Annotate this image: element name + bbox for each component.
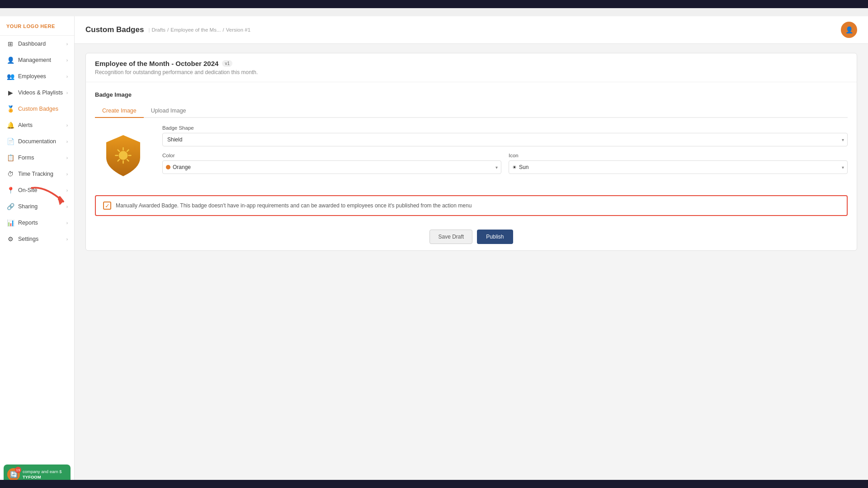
badge-card: Employee of the Month - October 2024 v1 … [85, 53, 857, 251]
forms-icon: 📋 [6, 154, 14, 162]
promo-badge: 19 [15, 467, 21, 473]
sun-icon: ☀ [512, 164, 517, 170]
sidebar-item-settings[interactable]: ⚙ Settings › [0, 231, 74, 247]
sidebar-label-on-site: On-Site [18, 187, 37, 193]
breadcrumb-drafts[interactable]: Drafts [151, 27, 165, 33]
sidebar-item-management[interactable]: 👤 Management › [0, 52, 74, 68]
sidebar-label-alerts: Alerts [18, 122, 33, 128]
badge-header: Employee of the Month - October 2024 v1 … [86, 53, 857, 82]
breadcrumb-employee[interactable]: Employee of the Ms... [170, 27, 221, 33]
publish-button[interactable]: Publish [477, 230, 513, 244]
employees-icon: 👥 [6, 72, 14, 80]
version-tag: v1 [222, 60, 232, 67]
chevron-icon: › [66, 139, 68, 144]
sidebar: YOUR LOGO HERE ⊞ Dashboard › 👤 Managemen… [0, 16, 75, 488]
chevron-icon: › [66, 90, 68, 95]
badge-shape-select-wrapper: Shield Circle Star ▾ [162, 133, 848, 146]
sidebar-item-forms[interactable]: 📋 Forms › [0, 150, 74, 166]
breadcrumb: | Drafts / Employee of the Ms... / Versi… [148, 27, 250, 33]
badge-title: Employee of the Month - October 2024 [95, 60, 218, 67]
badge-shape-select[interactable]: Shield Circle Star [162, 133, 848, 146]
color-group: Color Orange Blue Green [162, 153, 501, 174]
sidebar-label-reports: Reports [18, 220, 38, 226]
chevron-icon: › [66, 237, 68, 242]
sidebar-label-dashboard: Dashboard [18, 41, 46, 47]
sidebar-item-alerts[interactable]: 🔔 Alerts › [0, 117, 74, 133]
content-area: Employee of the Month - October 2024 v1 … [75, 44, 868, 488]
chevron-icon: › [66, 172, 68, 177]
page-header: Custom Badges | Drafts / Employee of the… [75, 16, 868, 44]
sidebar-label-settings: Settings [18, 236, 38, 242]
manually-awarded-checkbox[interactable]: ✓ [103, 202, 111, 210]
sidebar-item-time-tracking[interactable]: ⏱ Time Tracking › [0, 166, 74, 182]
notice-box: ✓ Manually Awarded Badge. This badge doe… [95, 195, 848, 216]
sidebar-item-dashboard[interactable]: ⊞ Dashboard › [0, 36, 74, 52]
sidebar-label-custom-badges: Custom Badges [18, 106, 58, 112]
breadcrumb-sep1: / [167, 27, 169, 33]
sharing-icon: 🔗 [6, 202, 14, 211]
time-tracking-icon: ⏱ [6, 170, 14, 178]
chevron-icon: › [66, 123, 68, 128]
chevron-icon: › [66, 58, 68, 63]
save-draft-button[interactable]: Save Draft [429, 230, 472, 244]
promo-brand: TYFOOM [23, 474, 62, 480]
badge-body: Badge Image Create Image Upload Image [86, 82, 857, 195]
chevron-icon: › [66, 155, 68, 160]
sidebar-label-documentation: Documentation [18, 138, 56, 145]
sidebar-item-videos-playlists[interactable]: ▶ Videos & Playlists › [0, 84, 74, 101]
chevron-icon: › [66, 188, 68, 193]
header-left: Custom Badges | Drafts / Employee of the… [85, 25, 250, 34]
sidebar-item-custom-badges[interactable]: 🏅 Custom Badges [0, 101, 74, 117]
icon-select[interactable]: Sun Star Trophy [509, 160, 848, 174]
documentation-icon: 📄 [6, 137, 14, 145]
sidebar-label-videos: Videos & Playlists [18, 89, 63, 96]
sidebar-item-employees[interactable]: 👥 Employees › [0, 68, 74, 84]
sidebar-label-time-tracking: Time Tracking [18, 171, 53, 177]
badge-image-tabs: Create Image Upload Image [95, 104, 848, 118]
on-site-icon: 📍 [6, 186, 14, 194]
color-select[interactable]: Orange Blue Green [162, 160, 501, 174]
sidebar-item-on-site[interactable]: 📍 On-Site › [0, 182, 74, 198]
icon-col: Icon Sun Star Trophy ☀ [509, 153, 848, 180]
action-buttons: Save Draft Publish [86, 223, 857, 250]
breadcrumb-separator: | [148, 27, 150, 33]
sidebar-item-documentation[interactable]: 📄 Documentation › [0, 133, 74, 150]
reports-icon: 📊 [6, 219, 14, 227]
breadcrumb-sep2: / [223, 27, 224, 33]
page-title: Custom Badges [85, 25, 144, 34]
shield-badge-svg [104, 134, 142, 177]
color-icon-row: Color Orange Blue Green [162, 153, 848, 180]
breadcrumb-version[interactable]: Version #1 [226, 27, 250, 33]
color-col: Color Orange Blue Green [162, 153, 501, 180]
color-label: Color [162, 153, 501, 158]
main-content: Custom Badges | Drafts / Employee of the… [75, 16, 868, 488]
user-avatar[interactable]: 👤 [841, 22, 857, 38]
notice-text: Manually Awarded Badge. This badge doesn… [116, 202, 472, 209]
sidebar-label-sharing: Sharing [18, 203, 38, 210]
badge-preview-area: Badge Shape Shield Circle Star ▾ [95, 125, 848, 186]
logo-area: YOUR LOGO HERE [0, 16, 74, 36]
management-icon: 👤 [6, 56, 14, 64]
badge-shape-label: Badge Shape [162, 125, 848, 131]
sidebar-label-forms: Forms [18, 155, 34, 161]
badge-shape-group: Badge Shape Shield Circle Star ▾ [162, 125, 848, 146]
alerts-icon: 🔔 [6, 121, 14, 129]
badges-icon: 🏅 [6, 105, 14, 113]
color-dot [166, 163, 170, 171]
badge-title-row: Employee of the Month - October 2024 v1 [95, 60, 848, 67]
tab-create-image[interactable]: Create Image [95, 104, 144, 118]
badge-preview [95, 125, 151, 186]
promo-icon: 🔄 19 [7, 468, 20, 481]
top-bar [0, 0, 868, 8]
badge-form-section: Badge Shape Shield Circle Star ▾ [162, 125, 848, 186]
bottom-bar [0, 480, 868, 488]
checkmark-icon: ✓ [105, 202, 110, 209]
promo-content: company and earn $ TYFOOM [23, 469, 62, 480]
sidebar-label-management: Management [18, 57, 51, 63]
settings-icon: ⚙ [6, 235, 14, 243]
color-select-wrapper: Orange Blue Green ▾ [162, 160, 501, 174]
tab-upload-image[interactable]: Upload Image [144, 104, 193, 118]
svg-point-10 [166, 165, 170, 169]
sidebar-item-sharing[interactable]: 🔗 Sharing › [0, 198, 74, 215]
sidebar-item-reports[interactable]: 📊 Reports › [0, 215, 74, 231]
